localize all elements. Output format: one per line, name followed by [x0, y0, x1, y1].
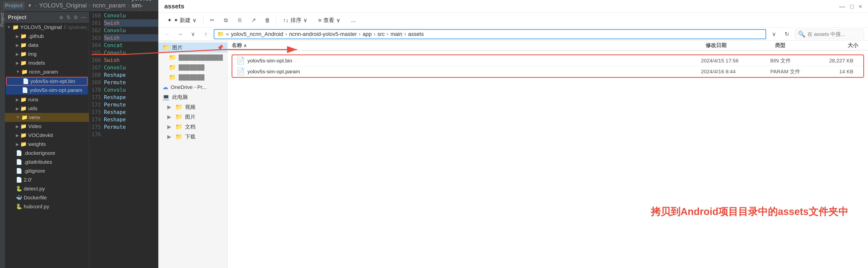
tree-icon-hide[interactable]: — — [81, 14, 86, 20]
delete-button[interactable]: 🗑 — [262, 15, 273, 26]
address-part-2[interactable]: ncnn-android-yolov5-master — [289, 31, 357, 37]
address-part-1[interactable]: yolov5_ncnn_Android — [231, 31, 283, 37]
tree-item-2[interactable]: 📄 2.0' — [5, 175, 89, 184]
nav-item-blurred2[interactable]: 📁 ███████ — [158, 62, 227, 72]
tree-label-data: data — [28, 42, 38, 48]
tree-label-detect: detect.py — [24, 186, 45, 192]
col-header-type[interactable]: 类型 — [775, 42, 825, 49]
address-dropdown-right[interactable]: ∨ — [769, 29, 779, 39]
nav-item-pics[interactable]: ▶ 📁 图片 — [158, 112, 227, 122]
project-sidebar-label[interactable]: Project — [0, 11, 5, 29]
file-item-param[interactable]: 📄 yolov5s-sim-opt.param 2024/4/16 8:44 P… — [232, 66, 863, 77]
col-header-size[interactable]: 大小 — [825, 42, 864, 49]
file-tree: Project ⊕ ⇅ ⚙ — ▼ 📁 YOLOV5_Original E:\g… — [5, 11, 89, 268]
tree-item-weights[interactable]: ▶ 📁 weights — [5, 140, 89, 149]
view-dropdown-icon: ∨ — [336, 17, 340, 24]
tree-item-gitignore[interactable]: 📄 .gitignore — [5, 167, 89, 175]
tree-item-bin[interactable]: 📄 yolov5s-sim-opt.bin — [6, 77, 88, 86]
address-sep3: › — [374, 31, 375, 37]
tree-root-label: YOLOV5_Original — [20, 24, 62, 30]
nav-dropdown[interactable]: ∨ — [188, 29, 198, 39]
search-input[interactable] — [807, 31, 868, 37]
view-label: 查看 — [323, 17, 334, 24]
tree-item-img[interactable]: ▶ 📁 img — [5, 50, 89, 58]
code-line-168: Reshape — [104, 71, 158, 79]
nav-item-onedrive[interactable]: ☁ OneDrive - Pr... — [158, 82, 227, 92]
folder-icon-video: 📁 — [20, 123, 27, 129]
nav-item-computer[interactable]: 💻 此电脑 — [158, 92, 227, 102]
line-num-161: 161 — [89, 19, 101, 27]
share-button[interactable]: ↗ — [248, 15, 259, 26]
nav-label-blurred3: ███████ — [179, 74, 205, 80]
search-box[interactable]: 🔍 — [795, 29, 864, 39]
copy-button[interactable]: ⧉ — [220, 15, 231, 26]
nav-refresh[interactable]: ↻ — [782, 29, 792, 39]
tree-item-ncnn-param[interactable]: ▼ 📁 ncnn_param — [5, 67, 89, 76]
breadcrumb-1[interactable]: YOLOV5_Original — [39, 2, 87, 9]
tree-arrow-runs: ▶ — [16, 97, 19, 102]
nav-back[interactable]: ← — [162, 29, 172, 39]
nav-item-blurred1[interactable]: 📁 ████████████ — [158, 53, 227, 62]
tree-icon-sync[interactable]: ⊕ — [59, 14, 63, 20]
nav-arrow-video: ▶ — [167, 104, 171, 110]
tree-item-voc[interactable]: ▶ 📁 VOCdevkit — [5, 131, 89, 140]
address-part-3[interactable]: app — [363, 31, 372, 37]
folder-icon-models: 📁 — [20, 60, 27, 66]
tree-item-models[interactable]: ▶ 📁 models — [5, 58, 89, 67]
address-part-4[interactable]: src — [377, 31, 384, 37]
view-button[interactable]: ≡ 查看 ∨ — [314, 14, 344, 26]
cut-button[interactable]: ✂ — [207, 15, 217, 26]
tree-item-venv[interactable]: ▼ 📁 venv — [5, 113, 89, 122]
file-size-bin: 28,227 KB — [820, 58, 859, 64]
code-lines-container: 160 161 162 163 164 165 166 167 168 169 … — [89, 11, 158, 268]
file-type-bin: BIN 文件 — [770, 57, 820, 64]
tree-item-dockerfile[interactable]: 🐳 Dockerfile — [5, 193, 89, 202]
nav-item-downloads[interactable]: ▶ 📁 下载 — [158, 132, 227, 142]
new-button[interactable]: ✦ ✦ 新建 ∨ — [163, 14, 200, 26]
tree-item-dockerignore[interactable]: 📄 .dockerignore — [5, 149, 89, 157]
nav-pin-icon: 📌 — [217, 44, 223, 51]
tree-root[interactable]: ▼ 📁 YOLOV5_Original E:\graduate_student\… — [5, 23, 89, 32]
breadcrumb-2[interactable]: ncnn_param — [93, 2, 125, 9]
tree-item-runs[interactable]: ▶ 📁 runs — [5, 95, 89, 104]
nav-item-blurred3[interactable]: 📁 ███████ — [158, 72, 227, 82]
tree-icon-expand[interactable]: ⇅ — [66, 14, 70, 20]
file-date-bin: 2024/4/15 17:56 — [701, 58, 770, 64]
sort-button[interactable]: ↑↓ 排序 ∨ — [279, 14, 311, 26]
file-item-bin[interactable]: 📄 yolov5s-sim-opt.bin 2024/4/15 17:56 BI… — [232, 55, 863, 66]
tree-icon-gear[interactable]: ⚙ — [73, 14, 78, 20]
nav-item-docs[interactable]: ▶ 📁 文档 — [158, 122, 227, 132]
nav-up[interactable]: ↑ — [201, 29, 211, 39]
tree-arrow-models: ▶ — [16, 61, 19, 65]
tree-arrow-venv: ▼ — [16, 115, 20, 120]
file-icon-param: 📄 — [22, 87, 28, 93]
tree-item-hubconf[interactable]: 🐍 hubconf.py — [5, 202, 89, 211]
address-part-6[interactable]: assets — [408, 31, 424, 37]
tree-item-gitattributes[interactable]: 📄 .gitattributes — [5, 157, 89, 167]
tree-item-data[interactable]: ▶ 📁 data — [5, 40, 89, 50]
tree-label-models: models — [28, 60, 45, 66]
window-minimize[interactable]: — — [839, 3, 845, 10]
tree-item-param[interactable]: 📄 yolov5s-sim-opt.param — [6, 86, 88, 95]
nav-item-video[interactable]: ▶ 📁 视频 — [158, 102, 227, 112]
address-path[interactable]: 📁 « yolov5_ncnn_Android › ncnn-android-y… — [214, 29, 766, 39]
nav-item-pictures[interactable]: 📁 图片 📌 — [158, 42, 227, 53]
nav-forward[interactable]: → — [175, 29, 185, 39]
sort-label: 排序 — [290, 17, 301, 24]
window-close[interactable]: × — [859, 3, 862, 10]
col-header-name[interactable]: 名称 ∧ — [231, 42, 706, 49]
file-icon-bin: 📄 — [23, 78, 29, 84]
paste-button[interactable]: ⎘ — [234, 15, 245, 26]
tree-item-utils[interactable]: ▶ 📁 utils — [5, 104, 89, 113]
tree-item-video[interactable]: ▶ 📁 Video — [5, 122, 89, 131]
project-label[interactable]: Project — [3, 1, 25, 9]
tree-item-detect[interactable]: 🐍 detect.py — [5, 184, 89, 193]
line-num-167: 167 — [89, 64, 101, 71]
more-button[interactable]: ... — [347, 15, 360, 26]
col-header-date[interactable]: 修改日期 — [706, 42, 775, 49]
address-part-5[interactable]: main — [391, 31, 402, 37]
window-maximize[interactable]: □ — [850, 3, 854, 10]
tree-item-github[interactable]: ▶ 📁 .github — [5, 32, 89, 40]
code-line-163: Swish — [104, 34, 158, 41]
project-dropdown[interactable]: ▾ — [27, 1, 33, 9]
